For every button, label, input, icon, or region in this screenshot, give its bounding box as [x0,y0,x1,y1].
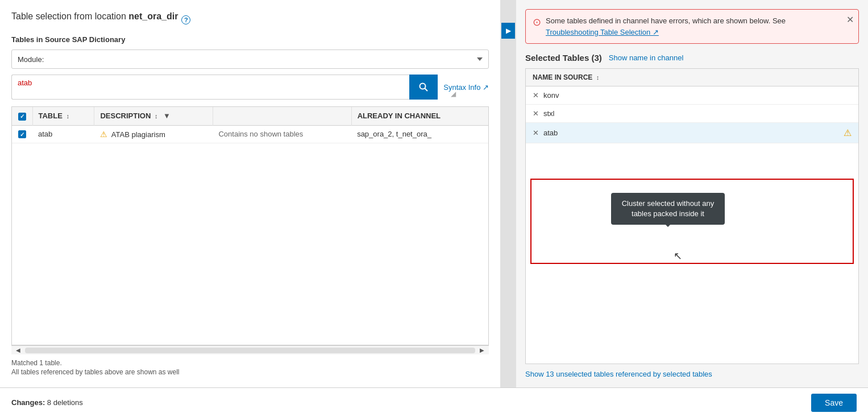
row-description: ⚠ ATAB plagiarism [94,125,213,143]
row-checkbox[interactable] [18,130,26,138]
table-col-channels [213,107,351,125]
show-unselected-link[interactable]: Show 13 unselected tables referenced by … [525,370,859,378]
row-channels: sap_ora_2, t_net_ora_ [351,125,488,143]
search-icon [418,82,429,92]
cursor-indicator: ↖ [674,250,682,262]
right-panel: ✕ ⊙ Some tables defined in channel have … [516,0,868,387]
warn-atab-icon: ⚠ [844,127,852,138]
error-circle-icon: ⊙ [533,16,541,28]
sort-icon-desc: ↕ [155,113,158,119]
source-table: TABLE ↕ DESCRIPTION ↕ ▼ ALREADY IN CHANN… [12,107,488,143]
scroll-right-arrow[interactable]: ▶ [477,347,487,353]
tooltip-box: Cluster selected without any tables pack… [611,193,725,225]
scrollbar-row: ◀ ▶ [11,345,489,354]
selected-tables-area: NAME IN SOURCE ↕ ✕ konv ✕ stxl ✕ atab [525,68,859,378]
row-checkbox-cell[interactable] [12,125,32,143]
table-col-check[interactable] [12,107,32,125]
search-button[interactable] [409,75,438,100]
arrow-right-icon: ▶ [506,27,511,35]
filter-icon[interactable]: ▼ [163,112,171,120]
row-name-atab: atab [543,129,844,137]
help-icon[interactable]: ? [181,15,190,24]
remove-atab-btn[interactable]: ✕ [533,129,539,137]
svg-line-1 [425,89,428,92]
show-name-channel-link[interactable]: Show name in channel [609,53,684,62]
panel-divider: ▶ [500,0,516,387]
row-shown-tables: Contains no shown tables [213,125,351,143]
selected-row-atab: ✕ atab ⚠ [526,123,858,143]
svg-point-0 [420,84,426,89]
remove-konv-btn[interactable]: ✕ [533,91,539,100]
bottom-bar: Changes: 8 deletions Save [0,387,868,417]
table-row: atab ⚠ ATAB plagiarism Contains no shown… [12,125,488,143]
row-name-stxl: stxl [543,109,852,118]
scroll-left-arrow[interactable]: ◀ [14,347,23,353]
page-title: Table selection from location net_ora_di… [11,11,178,22]
select-all-checkbox[interactable] [18,113,26,121]
match-info: Matched 1 table. All tables referenced b… [11,359,489,376]
sort-icon-source: ↕ [596,74,600,81]
warn-icon: ⚠ [100,130,107,139]
table-col-table[interactable]: TABLE ↕ [32,107,94,125]
row-name: atab [32,125,94,143]
error-banner: ⊙ Some tables defined in channel have er… [525,9,859,44]
panel-toggle-button[interactable]: ▶ [501,23,515,39]
remove-stxl-btn[interactable]: ✕ [533,109,539,118]
row-name-konv: konv [543,91,852,100]
error-text: Some tables defined in channel have erro… [546,15,838,38]
changes-text: Changes: 8 deletions [11,398,83,407]
location-name: net_ora_dir [128,11,178,21]
module-select[interactable]: Module: [11,49,489,69]
resize-handle: ◢ [451,90,456,98]
error-close-button[interactable]: ✕ [846,14,854,25]
table-col-already: ALREADY IN CHANNEL [351,107,488,125]
scroll-track[interactable] [25,348,475,353]
troubleshooting-link[interactable]: Troubleshooting Table Selection ↗ [546,28,659,36]
table-container: TABLE ↕ DESCRIPTION ↕ ▼ ALREADY IN CHANN… [11,106,489,345]
selected-tables-header: Selected Tables (3) Show name in channel [525,53,859,63]
selected-row-konv: ✕ konv [526,86,858,105]
selected-tables-title: Selected Tables (3) [525,53,602,63]
search-input[interactable]: atab [11,75,409,100]
selected-row-stxl: ✕ stxl [526,105,858,123]
selected-table-box: NAME IN SOURCE ↕ ✕ konv ✕ stxl ✕ atab [525,68,859,364]
save-button[interactable]: Save [811,394,857,412]
title-prefix: Table selection from location [11,11,128,21]
table-col-description[interactable]: DESCRIPTION ↕ ▼ [94,107,213,125]
sort-icon-table: ↕ [67,113,70,119]
col-name-source: NAME IN SOURCE ↕ [526,69,858,86]
section-label: Tables in Source SAP Dictionary [11,35,489,44]
left-panel: Table selection from location net_ora_di… [0,0,500,387]
